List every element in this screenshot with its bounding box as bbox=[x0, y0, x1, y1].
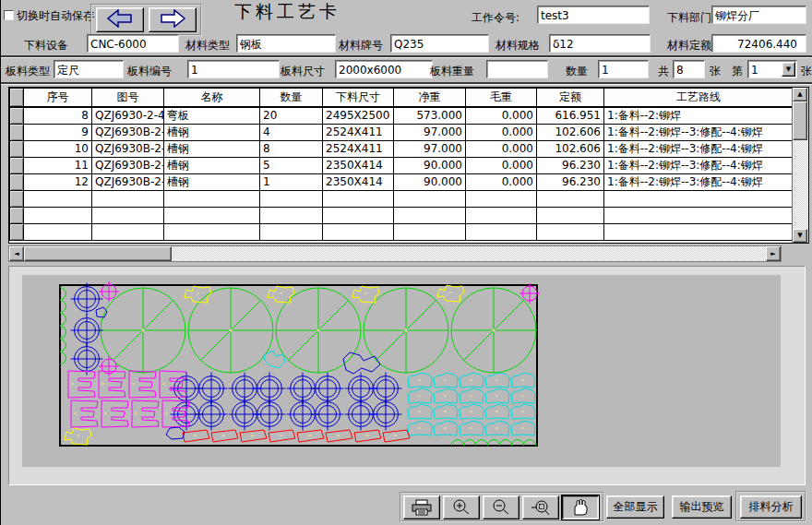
zoom-out-button[interactable] bbox=[483, 495, 519, 519]
table-cell[interactable]: 97.000 bbox=[394, 124, 466, 140]
autosave-checkbox[interactable] bbox=[4, 10, 14, 20]
scroll-down-icon[interactable]: ▼ bbox=[793, 229, 807, 243]
zoom-window-button[interactable] bbox=[522, 495, 559, 519]
total-field[interactable]: 8 bbox=[673, 60, 705, 78]
table-cell[interactable]: 11 bbox=[24, 157, 92, 173]
table-cell[interactable]: 5 bbox=[260, 157, 323, 173]
material-spec-field[interactable]: δ12 bbox=[549, 34, 651, 53]
zoom-in-button[interactable] bbox=[443, 495, 480, 519]
table-cell[interactable] bbox=[537, 207, 604, 223]
table-cell[interactable]: 槽钢 bbox=[164, 173, 260, 190]
table-cell[interactable] bbox=[394, 223, 466, 240]
table-cell[interactable] bbox=[260, 190, 323, 207]
table-cell[interactable]: 1:备料--2:铆焊--3:修配--4:铆焊 bbox=[604, 173, 794, 190]
row-marker[interactable] bbox=[10, 190, 24, 207]
table-cell[interactable] bbox=[537, 223, 604, 240]
table-cell[interactable] bbox=[604, 207, 794, 223]
table-cell[interactable]: 20 bbox=[260, 107, 323, 125]
plate-weight-field[interactable] bbox=[486, 60, 548, 78]
table-horizontal-scrollbar[interactable]: ◄ ► bbox=[8, 245, 782, 262]
table-cell[interactable] bbox=[164, 190, 260, 207]
table-cell[interactable] bbox=[466, 207, 537, 223]
table-cell[interactable] bbox=[394, 207, 466, 223]
pan-button[interactable] bbox=[562, 495, 599, 519]
table-cell[interactable]: 90.000 bbox=[394, 173, 466, 190]
table-cell[interactable]: 4 bbox=[260, 124, 323, 140]
table-cell[interactable]: QZJ6930-2-402 bbox=[92, 107, 164, 125]
table-cell[interactable] bbox=[92, 207, 164, 223]
nesting-analysis-button[interactable]: 排料分析 bbox=[740, 495, 802, 519]
table-cell[interactable] bbox=[164, 223, 260, 240]
table-cell[interactable] bbox=[604, 190, 794, 207]
table-cell[interactable]: 1:备料--2:铆焊 bbox=[604, 107, 794, 125]
table-cell[interactable]: QZJ6930B-2-207 bbox=[92, 124, 164, 140]
plate-number-field[interactable]: 1 bbox=[187, 60, 280, 78]
table-cell[interactable]: 1:备料--2:铆焊--3:修配--4:铆焊 bbox=[604, 124, 794, 140]
show-all-button[interactable]: 全部显示 bbox=[606, 495, 664, 519]
row-marker[interactable] bbox=[10, 140, 24, 157]
table-cell[interactable]: 槽钢 bbox=[164, 124, 260, 140]
next-record-button[interactable] bbox=[149, 7, 197, 32]
table-cell[interactable]: 573.000 bbox=[394, 107, 466, 125]
table-cell[interactable]: 2350X414 bbox=[323, 173, 394, 190]
plate-size-field[interactable]: 2000x6000 bbox=[335, 60, 433, 78]
table-cell[interactable]: 2495X2500 bbox=[323, 107, 394, 125]
material-type-field[interactable]: 钢板 bbox=[236, 34, 336, 53]
table-cell[interactable] bbox=[92, 190, 164, 207]
table-cell[interactable]: 10 bbox=[24, 140, 92, 157]
table-cell[interactable]: 12 bbox=[24, 173, 92, 190]
equipment-field[interactable]: CNC-6000 bbox=[87, 34, 179, 53]
table-cell[interactable]: QZJ6930B-2-306 bbox=[92, 173, 164, 190]
horizontal-scroll-thumb[interactable] bbox=[24, 246, 172, 261]
table-cell[interactable]: 102.606 bbox=[537, 140, 604, 157]
material-quota-field[interactable]: 72406.440 bbox=[711, 34, 806, 53]
chevron-down-icon[interactable]: ▼ bbox=[782, 62, 795, 77]
table-cell[interactable] bbox=[537, 190, 604, 207]
table-cell[interactable]: 90.000 bbox=[394, 157, 466, 173]
output-preview-button[interactable]: 输出预览 bbox=[672, 495, 732, 519]
table-vertical-scrollbar[interactable]: ▲ ▼ bbox=[792, 88, 808, 243]
table-cell[interactable] bbox=[323, 190, 394, 207]
table-cell[interactable]: 97.000 bbox=[394, 140, 466, 157]
table-cell[interactable]: 0.000 bbox=[466, 140, 537, 157]
table-cell[interactable]: 96.230 bbox=[537, 173, 604, 190]
table-cell[interactable]: 2524X411 bbox=[323, 140, 394, 157]
table-cell[interactable]: 102.606 bbox=[537, 124, 604, 140]
table-cell[interactable] bbox=[260, 223, 323, 240]
table-cell[interactable]: 2524X411 bbox=[323, 124, 394, 140]
table-cell[interactable] bbox=[24, 223, 92, 240]
table-cell[interactable]: 616.951 bbox=[537, 107, 604, 125]
table-row-empty[interactable] bbox=[10, 190, 794, 207]
table-cell[interactable]: 弯板 bbox=[164, 107, 260, 125]
table-cell[interactable]: 0.000 bbox=[466, 173, 537, 190]
table-cell[interactable] bbox=[323, 207, 394, 223]
row-marker[interactable] bbox=[10, 107, 24, 125]
row-marker[interactable] bbox=[10, 124, 24, 140]
table-cell[interactable] bbox=[466, 223, 537, 240]
table-cell[interactable]: 8 bbox=[260, 140, 323, 157]
table-cell[interactable] bbox=[164, 207, 260, 223]
table-row[interactable]: 9QZJ6930B-2-207槽钢42524X41197.0000.000102… bbox=[10, 124, 794, 140]
current-sheet-combo[interactable]: 1 ▼ bbox=[747, 60, 797, 78]
row-marker[interactable] bbox=[10, 157, 24, 173]
table-cell[interactable]: 0.000 bbox=[466, 124, 537, 140]
table-cell[interactable] bbox=[260, 207, 323, 223]
table-cell[interactable]: 1:备料--2:铆焊--3:修配--4:铆焊 bbox=[604, 140, 794, 157]
plate-type-field[interactable]: 定尺 bbox=[54, 60, 124, 78]
row-marker[interactable] bbox=[10, 173, 24, 190]
table-cell[interactable]: 0.000 bbox=[466, 107, 537, 125]
table-row-empty[interactable] bbox=[10, 207, 794, 223]
print-button[interactable] bbox=[403, 495, 440, 519]
table-row[interactable]: 10QZJ6930B-2-208槽钢82524X41197.0000.00010… bbox=[10, 140, 794, 157]
qty-field[interactable]: 1 bbox=[598, 60, 649, 78]
table-cell[interactable]: QZJ6930B-2-305 bbox=[92, 157, 164, 173]
table-cell[interactable] bbox=[92, 223, 164, 240]
table-cell[interactable] bbox=[466, 190, 537, 207]
table-cell[interactable]: 8 bbox=[24, 107, 92, 125]
table-cell[interactable] bbox=[24, 190, 92, 207]
row-marker[interactable] bbox=[10, 223, 24, 240]
table-cell[interactable] bbox=[394, 190, 466, 207]
table-cell[interactable]: 9 bbox=[24, 124, 92, 140]
table-cell[interactable]: 1:备料--2:铆焊--3:修配--4:铆焊 bbox=[604, 157, 794, 173]
table-cell[interactable]: 槽钢 bbox=[164, 140, 260, 157]
